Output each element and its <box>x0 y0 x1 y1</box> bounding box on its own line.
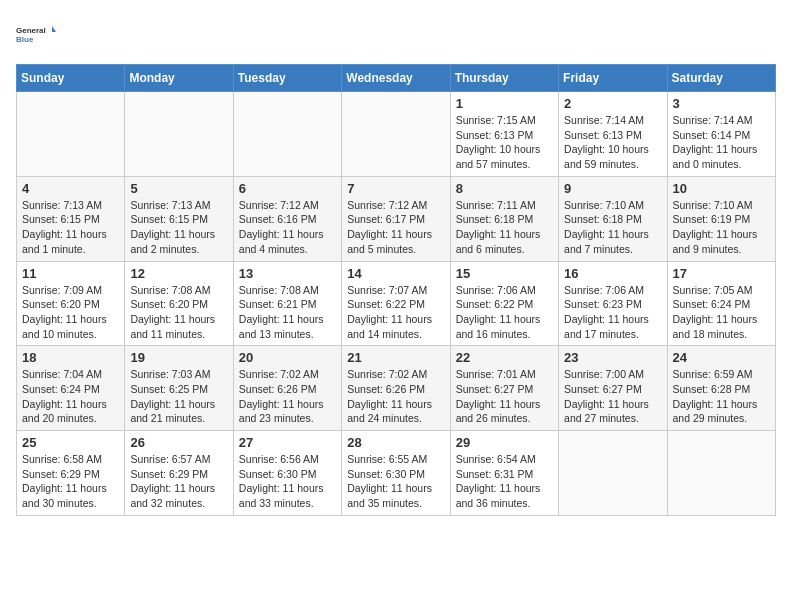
day-info: Sunrise: 7:06 AMSunset: 6:23 PMDaylight:… <box>564 283 661 342</box>
day-number: 19 <box>130 350 227 365</box>
day-cell: 5Sunrise: 7:13 AMSunset: 6:15 PMDaylight… <box>125 176 233 261</box>
header-day-monday: Monday <box>125 65 233 92</box>
day-cell: 1Sunrise: 7:15 AMSunset: 6:13 PMDaylight… <box>450 92 558 177</box>
day-info: Sunrise: 7:12 AMSunset: 6:17 PMDaylight:… <box>347 198 444 257</box>
day-cell: 20Sunrise: 7:02 AMSunset: 6:26 PMDayligh… <box>233 346 341 431</box>
day-number: 7 <box>347 181 444 196</box>
day-info: Sunrise: 6:56 AMSunset: 6:30 PMDaylight:… <box>239 452 336 511</box>
day-number: 27 <box>239 435 336 450</box>
day-cell: 29Sunrise: 6:54 AMSunset: 6:31 PMDayligh… <box>450 431 558 516</box>
day-number: 9 <box>564 181 661 196</box>
day-info: Sunrise: 6:57 AMSunset: 6:29 PMDaylight:… <box>130 452 227 511</box>
day-info: Sunrise: 7:00 AMSunset: 6:27 PMDaylight:… <box>564 367 661 426</box>
day-number: 1 <box>456 96 553 111</box>
day-cell: 17Sunrise: 7:05 AMSunset: 6:24 PMDayligh… <box>667 261 775 346</box>
day-cell: 10Sunrise: 7:10 AMSunset: 6:19 PMDayligh… <box>667 176 775 261</box>
header-day-saturday: Saturday <box>667 65 775 92</box>
svg-marker-2 <box>52 26 56 32</box>
day-info: Sunrise: 7:10 AMSunset: 6:19 PMDaylight:… <box>673 198 770 257</box>
day-cell: 16Sunrise: 7:06 AMSunset: 6:23 PMDayligh… <box>559 261 667 346</box>
day-cell <box>125 92 233 177</box>
day-info: Sunrise: 7:13 AMSunset: 6:15 PMDaylight:… <box>130 198 227 257</box>
day-info: Sunrise: 7:14 AMSunset: 6:14 PMDaylight:… <box>673 113 770 172</box>
day-cell: 28Sunrise: 6:55 AMSunset: 6:30 PMDayligh… <box>342 431 450 516</box>
day-cell <box>17 92 125 177</box>
day-number: 25 <box>22 435 119 450</box>
day-info: Sunrise: 6:59 AMSunset: 6:28 PMDaylight:… <box>673 367 770 426</box>
logo-icon: General Blue <box>16 16 56 52</box>
day-info: Sunrise: 7:06 AMSunset: 6:22 PMDaylight:… <box>456 283 553 342</box>
day-cell: 9Sunrise: 7:10 AMSunset: 6:18 PMDaylight… <box>559 176 667 261</box>
day-number: 3 <box>673 96 770 111</box>
day-cell: 14Sunrise: 7:07 AMSunset: 6:22 PMDayligh… <box>342 261 450 346</box>
header: General Blue <box>16 16 776 52</box>
day-cell: 24Sunrise: 6:59 AMSunset: 6:28 PMDayligh… <box>667 346 775 431</box>
day-number: 4 <box>22 181 119 196</box>
day-cell: 26Sunrise: 6:57 AMSunset: 6:29 PMDayligh… <box>125 431 233 516</box>
day-cell <box>342 92 450 177</box>
day-number: 17 <box>673 266 770 281</box>
day-info: Sunrise: 7:12 AMSunset: 6:16 PMDaylight:… <box>239 198 336 257</box>
day-cell: 7Sunrise: 7:12 AMSunset: 6:17 PMDaylight… <box>342 176 450 261</box>
day-info: Sunrise: 7:08 AMSunset: 6:21 PMDaylight:… <box>239 283 336 342</box>
header-day-wednesday: Wednesday <box>342 65 450 92</box>
day-number: 15 <box>456 266 553 281</box>
header-row: SundayMondayTuesdayWednesdayThursdayFrid… <box>17 65 776 92</box>
day-info: Sunrise: 6:54 AMSunset: 6:31 PMDaylight:… <box>456 452 553 511</box>
day-info: Sunrise: 6:58 AMSunset: 6:29 PMDaylight:… <box>22 452 119 511</box>
day-info: Sunrise: 6:55 AMSunset: 6:30 PMDaylight:… <box>347 452 444 511</box>
day-cell <box>233 92 341 177</box>
day-number: 24 <box>673 350 770 365</box>
day-number: 6 <box>239 181 336 196</box>
day-cell: 3Sunrise: 7:14 AMSunset: 6:14 PMDaylight… <box>667 92 775 177</box>
day-info: Sunrise: 7:15 AMSunset: 6:13 PMDaylight:… <box>456 113 553 172</box>
day-cell <box>667 431 775 516</box>
day-number: 28 <box>347 435 444 450</box>
day-number: 12 <box>130 266 227 281</box>
day-cell: 27Sunrise: 6:56 AMSunset: 6:30 PMDayligh… <box>233 431 341 516</box>
day-number: 22 <box>456 350 553 365</box>
day-info: Sunrise: 7:09 AMSunset: 6:20 PMDaylight:… <box>22 283 119 342</box>
day-number: 18 <box>22 350 119 365</box>
calendar-table: SundayMondayTuesdayWednesdayThursdayFrid… <box>16 64 776 516</box>
day-cell: 22Sunrise: 7:01 AMSunset: 6:27 PMDayligh… <box>450 346 558 431</box>
day-cell: 21Sunrise: 7:02 AMSunset: 6:26 PMDayligh… <box>342 346 450 431</box>
week-row-1: 4Sunrise: 7:13 AMSunset: 6:15 PMDaylight… <box>17 176 776 261</box>
day-info: Sunrise: 7:02 AMSunset: 6:26 PMDaylight:… <box>347 367 444 426</box>
day-cell <box>559 431 667 516</box>
week-row-3: 18Sunrise: 7:04 AMSunset: 6:24 PMDayligh… <box>17 346 776 431</box>
day-info: Sunrise: 7:05 AMSunset: 6:24 PMDaylight:… <box>673 283 770 342</box>
day-cell: 8Sunrise: 7:11 AMSunset: 6:18 PMDaylight… <box>450 176 558 261</box>
day-number: 8 <box>456 181 553 196</box>
day-info: Sunrise: 7:01 AMSunset: 6:27 PMDaylight:… <box>456 367 553 426</box>
day-info: Sunrise: 7:14 AMSunset: 6:13 PMDaylight:… <box>564 113 661 172</box>
svg-text:Blue: Blue <box>16 35 34 44</box>
day-number: 26 <box>130 435 227 450</box>
day-number: 21 <box>347 350 444 365</box>
day-info: Sunrise: 7:03 AMSunset: 6:25 PMDaylight:… <box>130 367 227 426</box>
week-row-4: 25Sunrise: 6:58 AMSunset: 6:29 PMDayligh… <box>17 431 776 516</box>
day-cell: 2Sunrise: 7:14 AMSunset: 6:13 PMDaylight… <box>559 92 667 177</box>
day-info: Sunrise: 7:08 AMSunset: 6:20 PMDaylight:… <box>130 283 227 342</box>
day-cell: 15Sunrise: 7:06 AMSunset: 6:22 PMDayligh… <box>450 261 558 346</box>
day-number: 16 <box>564 266 661 281</box>
day-cell: 19Sunrise: 7:03 AMSunset: 6:25 PMDayligh… <box>125 346 233 431</box>
day-number: 11 <box>22 266 119 281</box>
header-day-friday: Friday <box>559 65 667 92</box>
day-number: 20 <box>239 350 336 365</box>
header-day-sunday: Sunday <box>17 65 125 92</box>
day-cell: 6Sunrise: 7:12 AMSunset: 6:16 PMDaylight… <box>233 176 341 261</box>
day-cell: 13Sunrise: 7:08 AMSunset: 6:21 PMDayligh… <box>233 261 341 346</box>
day-number: 5 <box>130 181 227 196</box>
day-number: 10 <box>673 181 770 196</box>
day-number: 14 <box>347 266 444 281</box>
header-day-thursday: Thursday <box>450 65 558 92</box>
svg-text:General: General <box>16 26 46 35</box>
day-cell: 4Sunrise: 7:13 AMSunset: 6:15 PMDaylight… <box>17 176 125 261</box>
day-cell: 11Sunrise: 7:09 AMSunset: 6:20 PMDayligh… <box>17 261 125 346</box>
day-info: Sunrise: 7:04 AMSunset: 6:24 PMDaylight:… <box>22 367 119 426</box>
day-info: Sunrise: 7:07 AMSunset: 6:22 PMDaylight:… <box>347 283 444 342</box>
day-cell: 12Sunrise: 7:08 AMSunset: 6:20 PMDayligh… <box>125 261 233 346</box>
header-day-tuesday: Tuesday <box>233 65 341 92</box>
day-cell: 18Sunrise: 7:04 AMSunset: 6:24 PMDayligh… <box>17 346 125 431</box>
